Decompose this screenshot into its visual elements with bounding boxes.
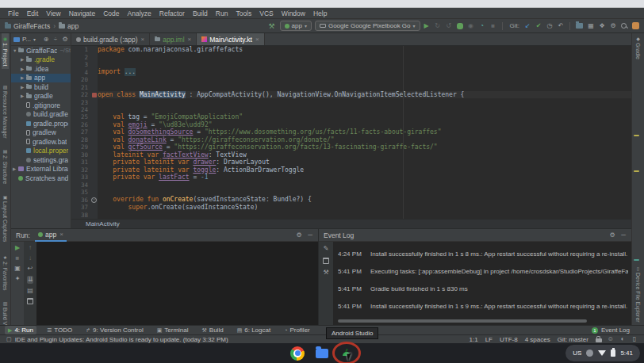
- tool-window-stripe-button[interactable]: ▨ Resource Manager: [2, 82, 9, 141]
- filter-icon[interactable]: ✎: [323, 246, 329, 252]
- menu-item[interactable]: View: [42, 10, 64, 17]
- project-view-selector[interactable]: P...: [22, 36, 31, 43]
- editor-tab[interactable]: MainActivity.kt ×: [197, 33, 264, 45]
- notification-window-icon[interactable]: ▢: [6, 336, 12, 342]
- menu-item[interactable]: Analyze: [124, 10, 155, 17]
- status-segment[interactable]: LF: [485, 336, 493, 343]
- rollback-button[interactable]: ↶: [558, 23, 564, 29]
- run-button[interactable]: ▶: [424, 23, 430, 29]
- menu-item[interactable]: Run: [212, 10, 232, 17]
- down-stack-trace-icon[interactable]: ↓: [27, 255, 33, 262]
- close-tab-icon[interactable]: ×: [188, 36, 192, 43]
- debug-button[interactable]: [457, 23, 463, 29]
- clear-console-icon[interactable]: [27, 298, 33, 304]
- expand-arrow-icon[interactable]: ▶: [21, 94, 26, 98]
- editor-tab[interactable]: build.gradle (:app) ×: [71, 33, 150, 45]
- apply-code-changes-button[interactable]: ↺: [446, 23, 452, 29]
- menu-item[interactable]: Navigate: [65, 10, 100, 17]
- menu-item[interactable]: Code: [99, 10, 123, 17]
- tree-item[interactable]: ▶ .gradle: [11, 55, 71, 65]
- write-access-lock-icon[interactable]: [596, 338, 602, 342]
- system-tray[interactable]: US 5:41: [565, 345, 640, 361]
- sdk-manager-button[interactable]: ⚙: [610, 23, 616, 29]
- tree-item[interactable]: ▶ app: [11, 74, 71, 83]
- tool-window-stripe-button[interactable]: ▣ Layout Captures: [2, 192, 9, 244]
- run-console-output[interactable]: [36, 242, 318, 325]
- soft-wrap-icon[interactable]: ↩: [27, 266, 33, 272]
- breadcrumb-project[interactable]: GiraffeFacts: [13, 22, 50, 30]
- profile-avatar[interactable]: [632, 22, 639, 29]
- menu-item[interactable]: Window: [278, 10, 309, 17]
- status-segment[interactable]: UTF-8: [500, 336, 518, 343]
- files-app-icon[interactable]: [316, 349, 328, 358]
- commit-button[interactable]: ✔: [535, 23, 542, 29]
- update-project-button[interactable]: ↙: [524, 23, 531, 29]
- stop-icon[interactable]: ■: [14, 255, 21, 262]
- tree-item[interactable]: ▶ .idea: [11, 64, 71, 74]
- horizontal-scrollbar[interactable]: [338, 319, 587, 323]
- expand-arrow-icon[interactable]: ▶: [13, 166, 18, 171]
- tool-window-button[interactable]: ▣ Terminal: [154, 326, 192, 334]
- tree-item[interactable]: ▶ External Libraries: [11, 165, 71, 174]
- project-structure-button[interactable]: [576, 23, 583, 29]
- expand-arrow-icon[interactable]: ▼: [13, 48, 18, 53]
- tree-item[interactable]: build.gradle: [11, 110, 71, 120]
- up-stack-trace-icon[interactable]: ↑: [27, 245, 33, 251]
- menu-item[interactable]: Tools: [232, 10, 255, 17]
- inspections-icon[interactable]: ◐: [619, 336, 626, 342]
- tree-item[interactable]: settings.gradle: [11, 155, 71, 165]
- chrome-browser-icon[interactable]: [290, 346, 305, 361]
- menu-item[interactable]: Edit: [23, 10, 43, 17]
- collapse-all-icon[interactable]: ÷: [52, 36, 59, 43]
- status-segment[interactable]: Git: master: [558, 336, 588, 343]
- history-button[interactable]: ◷: [546, 23, 553, 29]
- tool-window-button[interactable]: ⚒ Build: [199, 326, 227, 334]
- minimize-icon[interactable]: ─: [307, 232, 313, 239]
- menu-item[interactable]: Refactor: [155, 10, 189, 17]
- attach-debugger-button[interactable]: ◉: [468, 23, 474, 29]
- status-message[interactable]: IDE and Plugin Updates: Android Studio i…: [15, 336, 228, 343]
- rerun-icon[interactable]: ▶: [14, 245, 21, 251]
- tool-window-button[interactable]: ◔ Profiler: [281, 326, 313, 334]
- stop-button[interactable]: ■: [490, 23, 496, 29]
- close-tab-icon[interactable]: ×: [141, 36, 145, 43]
- menu-item[interactable]: File: [4, 10, 23, 17]
- tool-window-stripe-button[interactable]: ◉ 1: Project: [2, 33, 9, 69]
- run-panel-settings-icon[interactable]: ⚙: [296, 232, 302, 239]
- menu-item[interactable]: VCS: [255, 10, 277, 17]
- tree-item[interactable]: gradle.properties: [11, 119, 71, 128]
- expand-arrow-icon[interactable]: ▶: [21, 67, 26, 71]
- scroll-to-end-icon[interactable]: ⇊: [27, 276, 34, 284]
- event-log-settings-icon[interactable]: ⚙: [609, 232, 615, 239]
- print-icon[interactable]: ▤: [27, 288, 33, 294]
- run-configuration-select[interactable]: app ▾: [280, 21, 312, 31]
- menu-item[interactable]: Help: [309, 10, 331, 17]
- status-segment[interactable]: 1:1: [470, 336, 478, 343]
- breadcrumb-module[interactable]: app: [67, 22, 79, 30]
- expand-arrow-icon[interactable]: ▶: [21, 57, 26, 62]
- event-log-entries[interactable]: 4:24 PM Install successfully finished in…: [333, 242, 631, 325]
- tree-item[interactable]: Scratches and Consoles: [11, 174, 71, 183]
- tree-item[interactable]: ▼ GiraffeFacts ~/St: [11, 46, 71, 55]
- tree-item[interactable]: local.properties: [11, 147, 71, 156]
- panel-settings-icon[interactable]: ⚙: [62, 36, 68, 43]
- editor-breadcrumb[interactable]: MainActivity: [71, 219, 631, 228]
- tool-window-button[interactable]: ↱ 9: Version Control: [82, 326, 146, 334]
- status-segment[interactable]: 4 spaces: [525, 336, 550, 343]
- tree-item[interactable]: gradlew.bat: [11, 137, 71, 147]
- search-everywhere-button[interactable]: [621, 23, 627, 29]
- locate-file-icon[interactable]: ⊕: [43, 36, 49, 43]
- android-studio-shelf-item[interactable]: [339, 346, 354, 361]
- tree-item[interactable]: ▶ gradle: [11, 92, 71, 101]
- close-tab-icon[interactable]: ×: [255, 36, 259, 43]
- avd-manager-button[interactable]: ❖: [599, 23, 605, 29]
- tool-window-button[interactable]: ☰ TODO: [44, 326, 75, 334]
- tool-window-stripe-button[interactable]: ★ 2: Favorites: [2, 252, 9, 293]
- minimize-icon[interactable]: ─: [620, 232, 627, 239]
- tool-window-stripe-device-file-explorer[interactable]: ▯ Device File Explorer: [634, 263, 642, 325]
- tree-item[interactable]: gradlew: [11, 128, 71, 138]
- apply-changes-button[interactable]: ↻: [435, 23, 441, 29]
- build-hammer-icon[interactable]: ⚒: [268, 22, 274, 30]
- log-settings-icon[interactable]: ⚒: [323, 269, 329, 276]
- memory-indicator-icon[interactable]: ▯: [631, 336, 638, 342]
